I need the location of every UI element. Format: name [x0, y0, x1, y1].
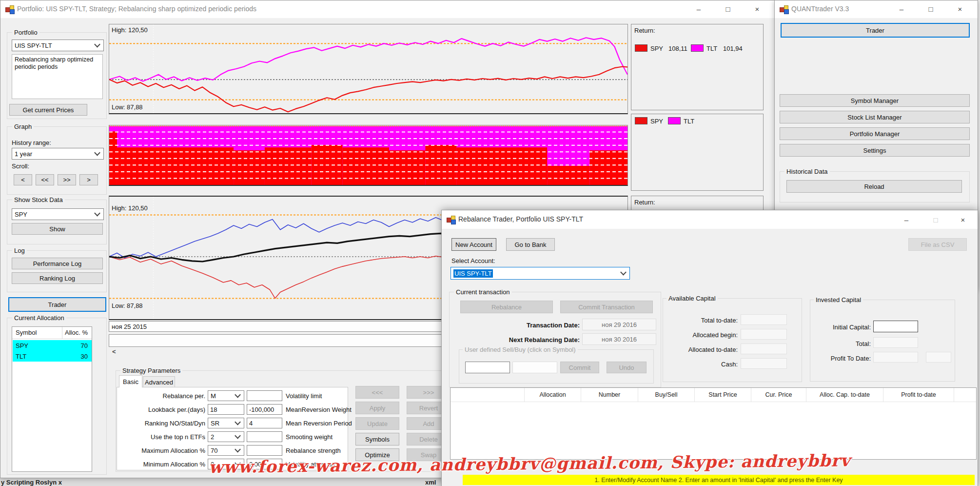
history-range-select[interactable]: 1 year [12, 148, 104, 160]
param-value: 2 [211, 433, 214, 441]
tlt-color-swatch [668, 117, 681, 124]
show-button[interactable]: Show [12, 223, 103, 235]
allocation-table[interactable]: Symbol Alloc. % SPY 70 TLT 30 [12, 326, 92, 472]
maximize-icon[interactable]: □ [917, 0, 944, 17]
chevron-down-icon [94, 150, 100, 156]
portfolio-manager-button[interactable]: Portfolio Manager [780, 127, 970, 140]
param-label2: Smooting weight [286, 433, 333, 441]
window-title: QUANTtrader V3.3 [791, 5, 849, 13]
allocated-to-date-field [741, 344, 787, 354]
allocation-row-tlt[interactable]: TLT 30 [13, 351, 92, 362]
go-to-bank-button[interactable]: Go to Bank [506, 238, 555, 251]
smoothing-weight-input[interactable] [247, 431, 282, 442]
account-select[interactable]: UIS SPY-TLT [451, 267, 630, 280]
rebalance-strength-input[interactable] [247, 445, 282, 456]
table-header-buysell[interactable]: Buy/Sell [638, 388, 695, 402]
meanreversion-weight-input[interactable] [247, 404, 282, 415]
scroll-fast-left-button[interactable]: << [36, 174, 54, 185]
log-group-label: Log [12, 247, 27, 254]
profit-to-date-label: Profit To Date: [812, 355, 871, 362]
prev-strategy-button[interactable]: <<< [355, 386, 399, 399]
return-chart[interactable] [109, 24, 628, 114]
lookback-period-input[interactable] [208, 404, 244, 415]
allocation-symbol: SPY [13, 342, 62, 349]
close-icon[interactable]: × [949, 211, 977, 228]
settings-button[interactable]: Settings [780, 144, 970, 157]
file-as-csv-button[interactable]: File as CSV [908, 238, 967, 251]
table-header-number[interactable]: Number [581, 388, 638, 402]
ranking-select[interactable]: SR [208, 418, 244, 428]
portfolio-titlebar[interactable]: Portfolio: UIS SPY-TLT, Strategy; Rebala… [0, 0, 775, 18]
scroll-fast-right-button[interactable]: >> [58, 174, 76, 185]
commit-button[interactable]: Commit [560, 362, 599, 373]
amount-field[interactable] [512, 362, 557, 373]
param-value: SR [211, 420, 219, 427]
reload-button[interactable]: Reload [786, 180, 962, 193]
trader-launcher-button[interactable]: Trader [781, 23, 970, 38]
min-allocation-select[interactable]: 0 [208, 459, 244, 469]
commit-transaction-button[interactable]: Commit Transaction [560, 301, 653, 313]
close-icon[interactable]: × [946, 0, 974, 17]
ranking-log-button[interactable]: Ranking Log [12, 272, 103, 284]
tab-basic[interactable]: Basic [119, 375, 142, 387]
new-account-button[interactable]: New Account [451, 238, 496, 251]
invested-capital-label: Invested Capital [814, 296, 863, 304]
symbol-manager-button[interactable]: Symbol Manager [780, 94, 970, 107]
allocation-history-chart[interactable] [109, 125, 628, 186]
performance-log-button[interactable]: Performance Log [12, 258, 103, 269]
allocation-col-symbol[interactable]: Symbol [16, 329, 37, 336]
symbols-button[interactable]: Symbols [355, 433, 399, 446]
collapse-icon[interactable]: < [112, 348, 116, 355]
tab-advanced[interactable]: Advanced [143, 376, 175, 387]
scroll-left-button[interactable]: < [14, 174, 32, 185]
minimize-icon[interactable]: – [685, 0, 712, 17]
portfolio-select[interactable]: UIS SPY-TLT [12, 40, 104, 51]
rebalance-button[interactable]: Rebalance [460, 301, 553, 313]
table-header-alloccap[interactable]: Alloc. Cap. to-date [806, 388, 883, 402]
volatility-attenuator-input[interactable] [247, 459, 282, 469]
undo-button[interactable]: Undo [607, 362, 647, 373]
get-current-prices-button[interactable]: Get current Prices [9, 104, 87, 116]
quanttrader-titlebar[interactable]: QUANTtrader V3.3 – □ × [775, 0, 978, 18]
stock-list-manager-button[interactable]: Stock List Manager [780, 111, 970, 123]
chevron-down-icon [235, 419, 241, 425]
dialog-titlebar[interactable]: Rebalance Trader, Portfolio UIS SPY-TLT … [442, 210, 978, 229]
available-capital-label: Available Capital [666, 295, 718, 302]
trader-button[interactable]: Trader [8, 297, 106, 312]
max-allocation-select[interactable]: 70 [208, 445, 244, 456]
optimize-button[interactable]: Optimize [355, 448, 399, 461]
top-n-etfs-select[interactable]: 2 [208, 431, 244, 442]
apply-button[interactable]: Apply [355, 402, 399, 414]
minimize-icon[interactable]: – [893, 211, 920, 228]
rebalance-period-select[interactable]: M [208, 390, 244, 401]
legend2-tlt: TLT [684, 118, 694, 125]
historical-data-label: Historical Data [784, 168, 830, 175]
table-header-startprice[interactable]: Start Price [695, 388, 751, 402]
table-header-curprice[interactable]: Cur. Price [751, 388, 806, 402]
window-title: Portfolio: UIS SPY-TLT, Strategy; Rebala… [17, 5, 256, 13]
positions-table[interactable]: Allocation Number Buy/Sell Start Price C… [450, 387, 977, 460]
stock-select[interactable]: SPY [12, 208, 104, 220]
xml-label: xml [425, 479, 436, 486]
maximize-icon[interactable]: □ [922, 211, 949, 228]
table-header-profit[interactable]: Profit to-date [883, 388, 954, 402]
scroll-right-button[interactable]: > [79, 174, 98, 185]
close-icon[interactable]: × [744, 0, 771, 17]
table-header-rowselector[interactable] [451, 388, 525, 402]
graph-group-label: Graph [12, 123, 34, 130]
maximize-icon[interactable]: □ [714, 0, 742, 17]
initial-capital-input[interactable] [873, 321, 918, 332]
table-header-allocation[interactable]: Allocation [525, 388, 581, 402]
symbol-field[interactable] [465, 362, 510, 373]
volatility-limit-input[interactable] [247, 390, 282, 401]
param-label2: Volatility limit [286, 392, 322, 400]
return-legend-panel: Return: SPY 108,11 TLT 101,94 [631, 24, 764, 110]
update-button[interactable]: Update [355, 417, 399, 430]
allocation-row-spy[interactable]: SPY 70 [13, 340, 92, 351]
legend-spy-symbol: SPY [650, 45, 663, 52]
strategy-description[interactable]: Rebalancing sharp optimized periodic per… [12, 54, 103, 99]
show-stock-group [7, 200, 107, 244]
mean-reversion-period-input[interactable] [247, 418, 282, 428]
minimize-icon[interactable]: – [888, 0, 915, 17]
allocation-col-alloc[interactable]: Alloc. % [65, 329, 88, 336]
